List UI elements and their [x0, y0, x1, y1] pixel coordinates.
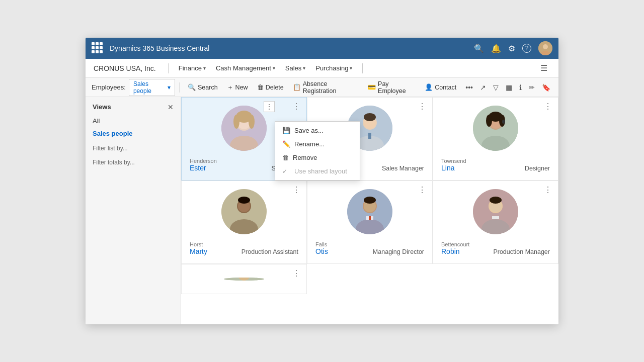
svg-rect-41	[492, 216, 499, 219]
nav-purchasing-chevron: ▾	[350, 65, 352, 71]
sidebar: Views ✕ All Sales people Filter list by.…	[86, 97, 181, 324]
top-bar: Dynamics 365 Business Central 🔍 🔔 ⚙ ?	[86, 38, 558, 59]
card-menu-robin[interactable]: ⋮	[542, 185, 554, 195]
card-menu-marty[interactable]: ⋮	[290, 185, 302, 195]
filter-icon[interactable]: ▽	[491, 82, 501, 93]
context-menu-trigger[interactable]: ⋮	[264, 101, 275, 112]
new-btn-icon: ＋	[227, 83, 233, 92]
edit-icon[interactable]: ✏	[527, 82, 537, 93]
card-name-ester: Henderson Ester	[190, 158, 217, 172]
settings-icon[interactable]: ⚙	[508, 44, 515, 53]
pay-btn-icon: 💳	[368, 83, 376, 91]
nav-cash-chevron: ▾	[273, 65, 275, 71]
card-menu-ester[interactable]: ⋮	[290, 102, 302, 112]
svg-rect-23	[502, 120, 505, 124]
card-info-robin: Bettencourt Robin Production Manager	[441, 241, 550, 255]
card-name-robin: Bettencourt Robin	[441, 241, 469, 255]
sidebar-header: Views ✕	[86, 103, 181, 115]
card-menu-jim[interactable]: ⋮	[416, 102, 428, 112]
nav-finance-chevron: ▾	[203, 65, 206, 71]
toolbar-more-button[interactable]: •••	[461, 81, 477, 94]
sidebar-title: Views	[93, 103, 111, 111]
filter-totals-link[interactable]: Filter totals by...	[86, 154, 181, 168]
dropdown-save-as[interactable]: 💾 Save as...	[275, 124, 360, 137]
columns-icon[interactable]: ▦	[504, 82, 514, 93]
filter-list-link[interactable]: Filter list by...	[86, 140, 181, 154]
new-button[interactable]: ＋ New	[223, 81, 252, 94]
nav-bar: CRONUS USA, Inc. Finance ▾ Cash Manageme…	[86, 59, 558, 78]
avatar-robin	[473, 189, 518, 234]
help-icon[interactable]: ?	[522, 44, 531, 53]
card-name-lina: Townsend Lina	[441, 158, 466, 172]
employee-card-otis[interactable]: ⋮	[307, 180, 433, 264]
absence-btn-icon: 📋	[293, 83, 301, 91]
top-icons-area: 🔍 🔔 ⚙ ?	[474, 41, 552, 55]
delete-btn-icon: 🗑	[257, 83, 264, 91]
app-title: Dynamics 365 Business Central	[110, 44, 474, 52]
svg-point-14	[364, 113, 376, 121]
nav-separator-2	[362, 63, 363, 73]
avatar-marty	[221, 189, 267, 234]
sidebar-item-sales-people[interactable]: Sales people	[86, 127, 181, 140]
card-menu-lina[interactable]: ⋮	[542, 102, 554, 112]
sidebar-close-button[interactable]: ✕	[168, 104, 174, 111]
pay-employee-button[interactable]: 💳 Pay Employee	[364, 78, 420, 97]
nav-purchasing[interactable]: Purchasing ▾	[311, 62, 356, 74]
toolbar: Employees: Sales people ▾ 🔍 Search ＋ New…	[86, 78, 558, 97]
svg-point-33	[364, 197, 376, 204]
card-name-marty: Horst Marty	[190, 241, 207, 255]
svg-point-8	[233, 115, 239, 129]
employee-card-lina[interactable]: ⋮	[433, 97, 558, 180]
toolbar-separator-1	[179, 82, 180, 93]
main-content: Views ✕ All Sales people Filter list by.…	[86, 97, 558, 324]
share-icon[interactable]: ↗	[478, 82, 488, 93]
absence-button[interactable]: 📋 Absence Registration	[289, 78, 363, 97]
svg-rect-35	[369, 216, 371, 220]
waffle-icon[interactable]	[92, 42, 104, 54]
svg-rect-15	[368, 133, 371, 139]
cards-grid: ⋮	[181, 97, 558, 294]
svg-point-9	[249, 115, 255, 129]
svg-point-1	[543, 44, 548, 49]
dropdown-rename[interactable]: ✏️ Rename...	[275, 137, 360, 151]
nav-sales[interactable]: Sales ▾	[281, 62, 310, 74]
employees-label: Employees:	[92, 83, 126, 91]
card-menu-otis[interactable]: ⋮	[416, 185, 428, 195]
card-name-otis: Falls Otis	[315, 241, 328, 255]
card-info-marty: Horst Marty Production Assistant	[190, 241, 298, 255]
nav-hamburger[interactable]: ☰	[537, 61, 550, 75]
bell-icon[interactable]: 🔔	[491, 44, 501, 53]
card-info-otis: Falls Otis Managing Director	[315, 241, 424, 255]
employee-card-robin[interactable]: ⋮	[433, 180, 558, 264]
svg-point-40	[490, 197, 502, 204]
card-info-lina: Townsend Lina Designer	[441, 158, 550, 172]
svg-point-28	[238, 197, 250, 204]
nav-sales-chevron: ▾	[303, 65, 305, 71]
remove-icon: 🗑	[282, 154, 289, 161]
avatar-partial	[224, 278, 264, 281]
cards-area: ⋮ 💾 Save as... ✏️ Rename... 🗑 Remove ✓	[181, 97, 558, 324]
card-menu-partial[interactable]: ⋮	[290, 268, 302, 279]
employee-card-partial[interactable]: ⋮	[181, 264, 307, 294]
filter-badge[interactable]: Sales people ▾	[129, 79, 175, 96]
company-name[interactable]: CRONUS USA, Inc.	[94, 64, 156, 72]
contact-button[interactable]: 👤 Contact	[421, 81, 460, 93]
context-trigger-area: ⋮	[264, 101, 275, 112]
info-icon[interactable]: ℹ	[517, 82, 524, 93]
delete-button[interactable]: 🗑 Delete	[253, 81, 288, 93]
contact-btn-icon: 👤	[425, 83, 433, 91]
search-button[interactable]: 🔍 Search	[184, 81, 222, 93]
dropdown-shared-layout: ✓ Use shared layout	[275, 164, 360, 178]
nav-cash[interactable]: Cash Management ▾	[212, 62, 279, 74]
user-avatar[interactable]	[538, 41, 552, 55]
check-icon: ✓	[282, 168, 290, 175]
save-as-icon: 💾	[282, 127, 290, 134]
employee-card-marty[interactable]: ⋮ Horst Ma	[181, 180, 307, 264]
bookmark-icon[interactable]: 🔖	[540, 82, 552, 93]
nav-finance[interactable]: Finance ▾	[175, 62, 210, 74]
sidebar-item-all[interactable]: All	[86, 115, 181, 127]
search-btn-icon: 🔍	[188, 83, 196, 91]
context-dropdown-menu: 💾 Save as... ✏️ Rename... 🗑 Remove ✓ Use…	[275, 121, 360, 180]
dropdown-remove[interactable]: 🗑 Remove	[275, 151, 360, 164]
search-icon[interactable]: 🔍	[474, 44, 484, 53]
